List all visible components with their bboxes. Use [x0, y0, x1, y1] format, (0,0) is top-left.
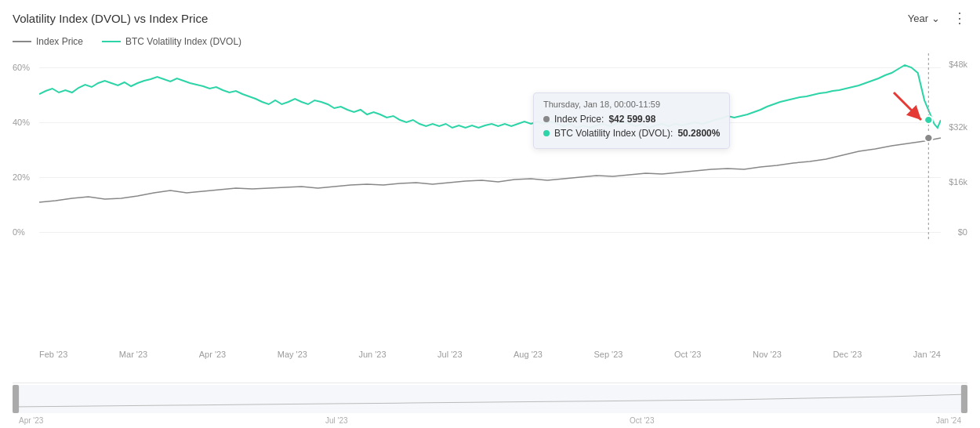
tooltip-dvol-label: BTC Volatility Index (DVOL): — [554, 128, 673, 139]
y-label-16k: $16k — [949, 177, 967, 187]
chart-container: Volatility Index (DVOL) vs Index Price Y… — [0, 0, 980, 428]
chart-title: Volatility Index (DVOL) vs Index Price — [13, 12, 208, 25]
x-label-may23: May '23 — [278, 350, 307, 359]
x-label-apr23: Apr '23 — [199, 350, 227, 359]
y-label-20: 20% — [13, 172, 30, 182]
x-label-aug23: Aug '23 — [514, 350, 543, 359]
x-axis-labels: Feb '23 Mar '23 Apr '23 May '23 Jun '23 … — [39, 350, 941, 359]
mini-x-label-jul23: Jul '23 — [325, 416, 348, 425]
legend-label-index-price: Index Price — [36, 36, 83, 47]
x-label-jun23: Jun '23 — [358, 350, 386, 359]
tooltip-dvol-row: BTC Volatility Index (DVOL): 50.2800% — [543, 128, 720, 139]
arrow-indicator — [886, 85, 933, 135]
y-label-60: 60% — [13, 63, 30, 72]
y-label-48k: $48k — [949, 60, 967, 69]
x-label-nov23: Nov '23 — [753, 350, 782, 359]
y-label-0: 0% — [13, 227, 25, 237]
x-label-jul23: Jul '23 — [437, 350, 462, 359]
index-price-dot — [924, 134, 932, 142]
tooltip-dot-teal — [543, 130, 550, 136]
x-label-mar23: Mar '23 — [119, 350, 147, 359]
mini-left-handle — [13, 385, 19, 413]
chart-header: Volatility Index (DVOL) vs Index Price Y… — [0, 9, 980, 33]
time-selector[interactable]: Year ⌄ — [908, 13, 940, 24]
chart-area: 60% 40% 20% 0% $48k $32k $16k $0 — [0, 53, 980, 383]
more-options-icon[interactable]: ⋮ — [953, 9, 967, 27]
x-label-feb23: Feb '23 — [39, 350, 67, 359]
tooltip-dot-gray — [543, 116, 550, 122]
tooltip-index-price-label: Index Price: — [554, 114, 604, 125]
y-label-0-right: $0 — [958, 227, 967, 237]
x-label-sep23: Sep '23 — [593, 350, 622, 359]
x-label-dec23: Dec '23 — [833, 350, 862, 359]
mini-x-axis: Apr '23 Jul '23 Oct '23 Jan '24 — [13, 416, 967, 425]
chart-legend: Index Price BTC Volatility Index (DVOL) — [0, 33, 980, 53]
index-price-line — [39, 138, 941, 202]
mini-x-label-oct23: Oct '23 — [630, 416, 654, 425]
mini-chart-area[interactable]: Apr '23 Jul '23 Oct '23 Jan '24 — [13, 383, 967, 428]
svg-line-0 — [894, 92, 921, 120]
tooltip-title: Thursday, Jan 18, 00:00-11:59 — [543, 100, 720, 109]
legend-item-index-price: Index Price — [13, 36, 83, 47]
header-controls: Year ⌄ ⋮ — [908, 9, 967, 27]
svg-rect-1 — [13, 385, 967, 413]
mini-x-label-jan24: Jan '24 — [936, 416, 961, 425]
x-label-jan24: Jan '24 — [913, 350, 941, 359]
tooltip-index-price-value: $42 599.98 — [608, 114, 655, 125]
dvol-line — [39, 65, 941, 128]
chart-svg — [39, 53, 941, 241]
tooltip-index-price-row: Index Price: $42 599.98 — [543, 114, 720, 125]
mini-x-label-apr23: Apr '23 — [19, 416, 43, 425]
chevron-down-icon: ⌄ — [931, 13, 940, 24]
main-chart[interactable]: 60% 40% 20% 0% $48k $32k $16k $0 — [0, 53, 980, 383]
chart-tooltip: Thursday, Jan 18, 00:00-11:59 Index Pric… — [533, 92, 730, 149]
mini-right-handle — [961, 385, 967, 413]
legend-item-dvol: BTC Volatility Index (DVOL) — [102, 36, 241, 47]
y-label-32k: $32k — [949, 122, 967, 132]
y-label-40: 40% — [13, 118, 30, 127]
legend-color-gray — [13, 41, 31, 42]
mini-chart-svg — [13, 385, 967, 413]
tooltip-dvol-value: 50.2800% — [677, 128, 720, 139]
x-label-oct23: Oct '23 — [674, 350, 702, 359]
legend-label-dvol: BTC Volatility Index (DVOL) — [125, 36, 241, 47]
legend-color-teal — [102, 41, 121, 42]
